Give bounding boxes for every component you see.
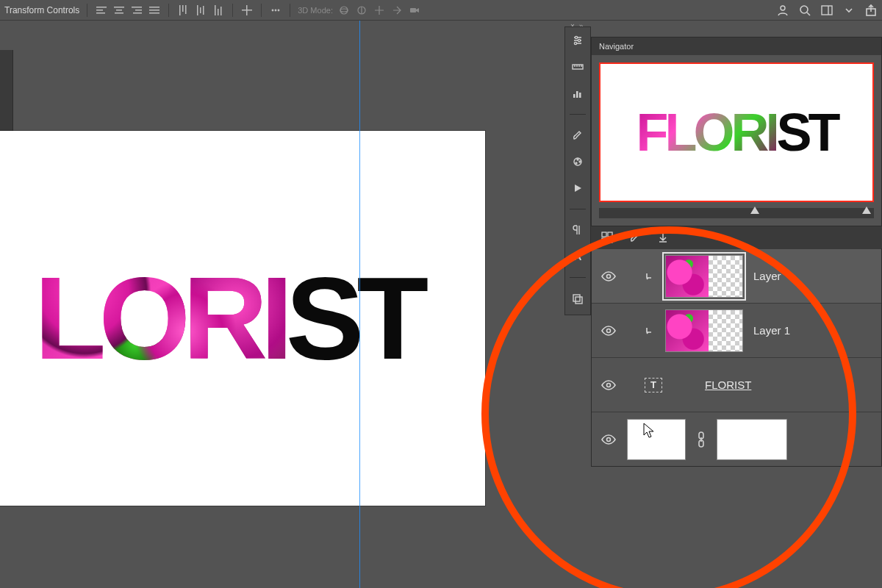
canvas-scroll-area[interactable]: LORIST — [15, 21, 564, 588]
navigator-preview[interactable]: FLORIST — [599, 62, 874, 202]
svg-point-24 — [275, 9, 277, 11]
svg-point-36 — [574, 42, 576, 44]
svg-rect-5 — [115, 12, 123, 14]
paragraph-icon[interactable] — [570, 223, 585, 237]
document-canvas[interactable]: LORIST — [0, 131, 485, 506]
layer-mask-thumbnail[interactable] — [717, 419, 787, 460]
clipping-mask-icon — [645, 271, 655, 282]
svg-point-44 — [576, 162, 577, 164]
panel-dock: × » Navigator FLORI — [564, 21, 882, 588]
brush-icon[interactable] — [570, 128, 585, 143]
adjustments-icon[interactable] — [570, 33, 585, 48]
profile-icon[interactable] — [776, 4, 789, 17]
navigator-body: FLORIST — [592, 55, 881, 226]
divider — [232, 4, 233, 17]
character-icon[interactable] — [570, 249, 585, 264]
nav-black: ST — [776, 103, 836, 162]
svg-rect-46 — [576, 297, 582, 304]
navigator-panel: Navigator FLORIST — [591, 37, 882, 226]
art-text-black: ST — [286, 252, 421, 384]
options-bar: Transform Controls 3D Mode: — [0, 0, 882, 21]
svg-point-26 — [340, 7, 348, 14]
text-layer-icon: T — [645, 378, 662, 392]
layer-row[interactable]: Layer — [592, 248, 881, 303]
navigator-tab[interactable]: Navigator — [592, 37, 881, 55]
svg-rect-39 — [576, 91, 578, 98]
align-top-icon[interactable] — [176, 4, 190, 17]
layer-name-label[interactable]: FLORIST — [705, 379, 751, 391]
midi-toolbar — [591, 226, 882, 248]
download-icon[interactable] — [656, 230, 670, 245]
panel-tab-strip: × » — [564, 21, 882, 31]
layers-icon[interactable] — [570, 291, 585, 306]
navigator-zoom-slider[interactable] — [599, 208, 874, 218]
svg-point-54 — [607, 437, 611, 441]
svg-rect-40 — [579, 93, 581, 98]
svg-rect-12 — [179, 5, 181, 15]
panel-stack: Navigator FLORIST — [591, 37, 882, 467]
divider — [290, 4, 290, 17]
workspace-icon[interactable] — [820, 4, 833, 17]
3d-orbit-icon[interactable] — [337, 4, 351, 17]
swatches-icon[interactable] — [570, 154, 585, 169]
3d-pan-icon[interactable] — [373, 4, 386, 17]
histogram-icon[interactable] — [570, 86, 585, 101]
svg-rect-22 — [246, 5, 248, 15]
divider — [261, 4, 262, 17]
ruler-icon[interactable] — [570, 60, 585, 74]
align-v-center-icon[interactable] — [194, 4, 207, 17]
navigator-tab-label: Navigator — [599, 42, 634, 51]
chevron-down-icon[interactable] — [842, 4, 856, 17]
layer-name-label[interactable]: Layer 1 — [753, 324, 790, 337]
more-icon[interactable] — [269, 4, 282, 17]
vertical-guide[interactable] — [359, 21, 360, 588]
distribute-icon[interactable] — [240, 4, 254, 17]
3d-slide-icon[interactable] — [390, 4, 404, 17]
brush-preset-icon[interactable] — [628, 230, 642, 245]
visibility-toggle-icon[interactable] — [600, 377, 617, 393]
layer-thumbnail[interactable] — [627, 419, 686, 460]
layer-name-label[interactable]: Layer — [753, 270, 781, 282]
search-icon[interactable] — [798, 4, 811, 17]
share-icon[interactable] — [864, 4, 878, 17]
svg-rect-50 — [608, 238, 612, 243]
svg-rect-16 — [200, 7, 201, 13]
svg-rect-13 — [182, 5, 184, 12]
3d-roll-icon[interactable] — [355, 4, 368, 17]
layer-row[interactable]: Layer 1 — [592, 303, 881, 357]
svg-point-30 — [781, 6, 785, 10]
svg-rect-10 — [149, 10, 159, 11]
zoom-slider-knob[interactable] — [750, 207, 759, 214]
layers-panel: Layer Layer 1 T FLORIST — [591, 248, 882, 467]
layer-row[interactable]: T FLORIST — [592, 357, 881, 412]
layer-thumbnail[interactable] — [665, 309, 743, 352]
align-left-icon[interactable] — [95, 4, 108, 17]
show-transform-controls-label: Transform Controls — [4, 5, 79, 15]
visibility-toggle-icon[interactable] — [600, 323, 617, 339]
swatch-icon[interactable] — [600, 230, 614, 245]
clipping-mask-icon — [645, 326, 655, 336]
collapsed-panel-flyout — [564, 26, 591, 315]
options-bar-right — [776, 4, 878, 17]
svg-rect-0 — [96, 7, 107, 8]
align-h-center-icon[interactable] — [112, 4, 126, 17]
svg-point-25 — [278, 9, 280, 11]
3d-camera-icon[interactable] — [408, 4, 421, 17]
layer-row[interactable] — [592, 412, 881, 466]
divider — [168, 4, 169, 17]
visibility-toggle-icon[interactable] — [600, 431, 617, 448]
svg-rect-48 — [608, 232, 612, 237]
svg-point-43 — [579, 161, 581, 162]
artwork-text: LORIST — [35, 259, 422, 377]
visibility-toggle-icon[interactable] — [600, 268, 617, 284]
align-bottom-icon[interactable] — [212, 4, 225, 17]
align-right-icon[interactable] — [130, 4, 143, 17]
link-icon[interactable] — [696, 431, 706, 448]
svg-rect-29 — [410, 8, 416, 12]
svg-rect-47 — [602, 232, 606, 237]
actions-icon[interactable] — [570, 181, 585, 196]
align-justified-icon[interactable] — [148, 4, 161, 17]
workspace: LORIST × » Navigator — [0, 21, 882, 588]
layer-thumbnail[interactable] — [665, 255, 743, 298]
divider — [87, 4, 87, 17]
